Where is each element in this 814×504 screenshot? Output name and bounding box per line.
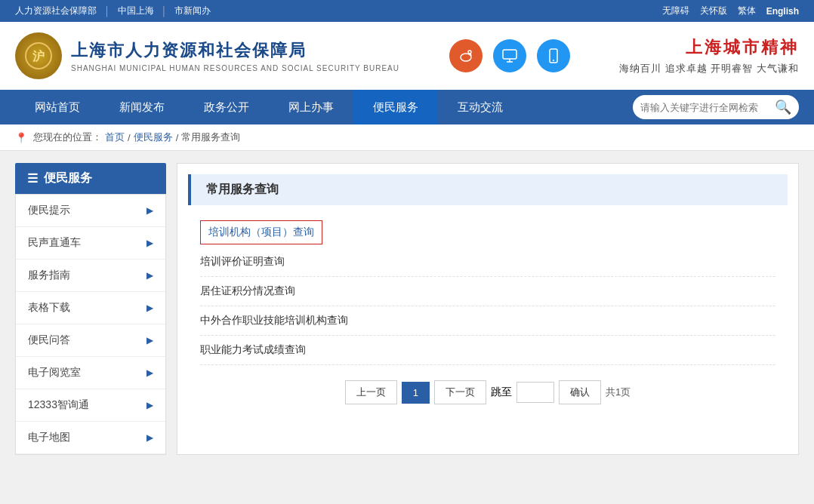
mobile-icon-btn[interactable] — [537, 39, 570, 72]
next-page-button[interactable]: 下一页 — [434, 380, 486, 404]
sidebar-item-label: 服务指南 — [28, 269, 70, 282]
search-input[interactable] — [640, 102, 775, 113]
city-spirit: 上海城市精神 海纳百川 追求卓越 开明睿智 大气谦和 — [619, 36, 799, 75]
breadcrumb-label: 您现在的位置： — [33, 131, 102, 144]
header-icons — [449, 39, 570, 72]
arrow-icon: ▶ — [146, 205, 153, 216]
top-bar: 人力资源社会保障部 │ 中国上海 │ 市新闻办 无障碍 关怀版 繁体 Engli… — [0, 0, 814, 22]
nav-search-box[interactable]: 🔍 — [633, 95, 799, 119]
sidebar: ☰ 便民服务 便民提示 ▶ 民声直通车 ▶ 服务指南 ▶ 表格下载 ▶ 便民问答 — [15, 163, 166, 455]
total-pages: 共1页 — [606, 386, 631, 399]
svg-point-8 — [553, 60, 554, 61]
sidebar-item-faq[interactable]: 便民问答 ▶ — [16, 324, 165, 357]
breadcrumb-home[interactable]: 首页 — [105, 131, 125, 144]
list-item-cert[interactable]: 培训评价证明查询 — [200, 247, 775, 277]
list-item-joint[interactable]: 中外合作职业技能培训机构查询 — [200, 306, 775, 336]
sidebar-item-12333[interactable]: 12333智询通 ▶ — [16, 389, 165, 422]
search-icon[interactable]: 🔍 — [775, 99, 791, 115]
sidebar-item-label: 电子阅览室 — [28, 366, 81, 380]
jump-label: 跳至 — [491, 386, 512, 399]
sidebar-header: ☰ 便民服务 — [15, 163, 166, 194]
logo-area: 沪 上海市人力资源和社会保障局 SHANGHAI MUNICIPAL HUMAN… — [15, 32, 399, 79]
svg-point-2 — [461, 54, 471, 61]
top-link-news[interactable]: 市新闻办 — [174, 5, 211, 17]
nav-interact[interactable]: 互动交流 — [438, 90, 523, 124]
list-item-residence[interactable]: 居住证积分情况查询 — [200, 277, 775, 306]
nav-gov[interactable]: 政务公开 — [184, 90, 269, 124]
breadcrumb-current: 常用服务查询 — [181, 131, 240, 144]
content-title: 常用服务查询 — [188, 174, 788, 205]
sidebar-item-label: 民声直通车 — [28, 236, 81, 250]
page-1-button[interactable]: 1 — [402, 382, 430, 404]
nav-home[interactable]: 网站首页 — [15, 90, 100, 124]
breadcrumb: 📍 您现在的位置： 首页 / 便民服务 / 常用服务查询 — [0, 124, 814, 151]
confirm-button[interactable]: 确认 — [559, 380, 601, 404]
arrow-icon: ▶ — [146, 270, 153, 281]
sidebar-list-icon: ☰ — [27, 171, 38, 186]
list-item-exam[interactable]: 职业能力考试成绩查询 — [200, 336, 775, 365]
content-panel: 常用服务查询 培训机构（项目）查询 培训评价证明查询 居住证积分情况查询 中外合… — [177, 163, 799, 455]
sidebar-item-label: 12333智询通 — [28, 398, 89, 412]
svg-point-3 — [468, 51, 471, 54]
sidebar-item-tips[interactable]: 便民提示 ▶ — [16, 195, 165, 227]
city-spirit-title: 上海城市精神 — [619, 36, 799, 59]
arrow-icon: ▶ — [146, 238, 153, 248]
top-bar-left: 人力资源社会保障部 │ 中国上海 │ 市新闻办 — [15, 5, 211, 17]
header: 沪 上海市人力资源和社会保障局 SHANGHAI MUNICIPAL HUMAN… — [0, 22, 814, 90]
sidebar-item-guide[interactable]: 服务指南 ▶ — [16, 260, 165, 292]
content-list: 培训机构（项目）查询 培训评价证明查询 居住证积分情况查询 中外合作职业技能培训… — [177, 216, 798, 365]
traditional-chinese-link[interactable]: 繁体 — [738, 5, 756, 17]
svg-text:沪: 沪 — [32, 49, 45, 63]
english-link[interactable]: English — [766, 6, 799, 17]
computer-icon-btn[interactable] — [493, 39, 526, 72]
sidebar-item-label: 便民问答 — [28, 333, 70, 347]
accessibility-link[interactable]: 无障碍 — [662, 5, 689, 17]
arrow-icon: ▶ — [146, 432, 153, 443]
top-link-hrss[interactable]: 人力资源社会保障部 — [15, 5, 97, 17]
logo-emblem: 沪 — [15, 32, 62, 79]
sidebar-item-voice[interactable]: 民声直通车 ▶ — [16, 227, 165, 260]
sidebar-menu: 便民提示 ▶ 民声直通车 ▶ 服务指南 ▶ 表格下载 ▶ 便民问答 ▶ 电子阅览… — [15, 194, 166, 455]
nav-service[interactable]: 便民服务 — [353, 90, 438, 124]
page-jump-input[interactable] — [516, 382, 554, 403]
main-content: ☰ 便民服务 便民提示 ▶ 民声直通车 ▶ 服务指南 ▶ 表格下载 ▶ 便民问答 — [0, 151, 814, 467]
top-link-shanghai[interactable]: 中国上海 — [118, 5, 154, 17]
prev-page-button[interactable]: 上一页 — [345, 380, 397, 404]
arrow-icon: ▶ — [146, 367, 153, 378]
sidebar-item-forms[interactable]: 表格下载 ▶ — [16, 292, 165, 324]
care-version-link[interactable]: 关怀版 — [700, 5, 727, 17]
arrow-icon: ▶ — [146, 335, 153, 346]
breadcrumb-service[interactable]: 便民服务 — [134, 131, 173, 144]
list-item-training[interactable]: 培训机构（项目）查询 — [200, 220, 322, 244]
nav-news[interactable]: 新闻发布 — [100, 90, 184, 124]
arrow-icon: ▶ — [146, 400, 153, 410]
sidebar-item-reading[interactable]: 电子阅览室 ▶ — [16, 357, 165, 389]
site-title: 上海市人力资源和社会保障局 — [71, 39, 399, 62]
arrow-icon: ▶ — [146, 303, 153, 313]
city-spirit-desc: 海纳百川 追求卓越 开明睿智 大气谦和 — [619, 62, 799, 75]
sidebar-item-label: 电子地图 — [28, 431, 70, 444]
location-icon: 📍 — [15, 132, 27, 143]
site-subtitle: SHANGHAI MUNICIPAL HUMAN RESOURCES AND S… — [71, 64, 399, 72]
logo-text: 上海市人力资源和社会保障局 SHANGHAI MUNICIPAL HUMAN R… — [71, 39, 399, 72]
sidebar-item-map[interactable]: 电子地图 ▶ — [16, 422, 165, 454]
nav-online[interactable]: 网上办事 — [269, 90, 353, 124]
pagination: 上一页 1 下一页 跳至 确认 共1页 — [177, 365, 798, 419]
sidebar-item-label: 便民提示 — [28, 204, 70, 217]
sidebar-title: 便民服务 — [44, 171, 92, 186]
weibo-icon-btn[interactable] — [449, 39, 483, 72]
nav-bar: 网站首页 新闻发布 政务公开 网上办事 便民服务 互动交流 🔍 — [0, 90, 814, 124]
sidebar-item-label: 表格下载 — [28, 301, 70, 315]
svg-rect-4 — [503, 50, 516, 59]
top-bar-right: 无障碍 关怀版 繁体 English — [662, 5, 799, 17]
